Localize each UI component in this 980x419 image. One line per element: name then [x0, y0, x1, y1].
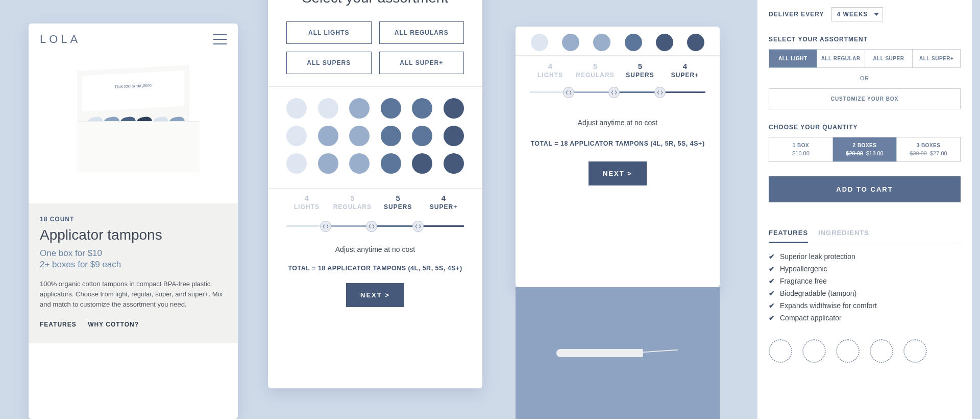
deliver-frequency-select[interactable]: 4 WEEKS — [831, 7, 883, 21]
qty-option-2[interactable]: 2 BOXES $20.00$18.00 — [833, 137, 897, 161]
chip-all-light[interactable]: ALL LIGHT — [769, 50, 817, 67]
preset-all-superplus[interactable]: ALL SUPER+ — [379, 52, 464, 74]
p3-regulars-lbl: REGULARS — [575, 72, 616, 79]
qty-2-strike: $20.00 — [846, 150, 863, 156]
qty-2-price: $18.00 — [866, 150, 884, 156]
count-regulars-num: 5 — [332, 194, 373, 202]
count-label: 18 COUNT — [40, 216, 227, 223]
or-divider: OR — [769, 75, 961, 81]
check-icon: ✔ — [769, 265, 775, 273]
check-icon: ✔ — [769, 252, 775, 261]
price-single: One box for $10 — [40, 248, 227, 259]
cert-badge — [769, 339, 792, 363]
add-to-cart-button[interactable]: ADD TO CART — [769, 176, 961, 202]
slider-handle-1[interactable] — [320, 221, 331, 232]
count-superplus-num: 4 — [423, 194, 464, 202]
qty-2-lab: 2 BOXES — [835, 143, 894, 148]
adjust-note: Adjust anytime at no cost — [268, 245, 482, 253]
cert-badge — [836, 339, 860, 363]
tab-features[interactable]: FEATURES — [769, 229, 808, 243]
feature-item: Biodegradable (tampon) — [780, 289, 856, 297]
brand-logo: LOLA — [40, 33, 81, 46]
p3-lights-lbl: LIGHTS — [530, 72, 571, 79]
tab-features-link[interactable]: FEATURES — [40, 321, 77, 328]
customize-box-button[interactable]: CUSTOMIZE YOUR BOX — [769, 88, 961, 109]
next-button-compact[interactable]: NEXT > — [589, 161, 647, 185]
qty-3-price: $27.00 — [930, 150, 947, 156]
choose-quantity-label: CHOOSE YOUR QUANTITY — [769, 124, 961, 131]
product-mobile-panel: LOLA This too shall pass 18 COUNT Applic… — [29, 24, 238, 419]
adjust-note-compact: Adjust anytime at no cost — [516, 119, 720, 127]
slider-handle-3[interactable] — [412, 221, 424, 232]
cert-badge — [802, 339, 826, 363]
check-icon: ✔ — [769, 314, 775, 322]
qty-3-strike: $30.00 — [910, 150, 927, 156]
p3-superplus-lbl: SUPER+ — [665, 72, 705, 79]
product-title: Applicator tampons — [40, 227, 227, 243]
certification-badges — [769, 339, 961, 363]
qty-option-3[interactable]: 3 BOXES $30.00$27.00 — [897, 137, 960, 161]
assortment-total: TOTAL = 18 APPLICATOR TAMPONS (4L, 5R, 5… — [268, 265, 482, 272]
assortment-chip-row: ALL LIGHT ALL REGULAR ALL SUPER ALL SUPE… — [769, 49, 961, 68]
features-list: ✔Superior leak protection ✔Hypoallergeni… — [769, 252, 961, 322]
purchase-sidebar: DELIVER EVERY 4 WEEKS SELECT YOUR ASSORT… — [757, 0, 972, 419]
product-image: This too shall pass — [29, 50, 238, 203]
assortment-panel: Select your assortment ALL LIGHTS ALL RE… — [268, 0, 482, 388]
chip-all-super[interactable]: ALL SUPER — [865, 50, 913, 67]
next-button[interactable]: NEXT > — [346, 283, 404, 307]
qty-option-1[interactable]: 1 BOX $10.00 — [769, 137, 833, 161]
p3-supers-num: 5 — [620, 62, 660, 71]
count-supers-lbl: SUPERS — [378, 203, 419, 211]
cert-badge — [870, 339, 893, 363]
count-superplus-lbl: SUPER+ — [423, 203, 464, 211]
p3-lights-num: 4 — [530, 62, 571, 71]
price-multi: 2+ boxes for $9 each — [40, 260, 227, 270]
assortment-slider-compact[interactable] — [530, 86, 705, 98]
feature-item: Compact applicator — [780, 314, 842, 322]
feature-item: Superior leak protection — [780, 252, 855, 261]
assortment-swatches — [268, 87, 482, 188]
count-supers-num: 5 — [378, 194, 419, 202]
assortment-slider[interactable] — [286, 220, 464, 232]
count-regulars-lbl: REGULARS — [332, 203, 373, 211]
feature-item: Hypoallergenic — [780, 265, 827, 273]
count-lights-lbl: LIGHTS — [286, 203, 327, 211]
slider-handle-2[interactable] — [608, 87, 620, 98]
preset-all-regulars[interactable]: ALL REGULARS — [379, 21, 464, 44]
preset-all-supers[interactable]: ALL SUPERS — [286, 52, 372, 74]
feature-item: Expands widthwise for comfort — [780, 301, 877, 310]
qty-1-lab: 1 BOX — [771, 143, 830, 148]
feature-item: Fragrance free — [780, 277, 827, 285]
box-motto: This too shall pass — [82, 81, 184, 91]
check-icon: ✔ — [769, 277, 775, 285]
p3-supers-lbl: SUPERS — [620, 72, 660, 79]
qty-3-lab: 3 BOXES — [899, 143, 958, 148]
preset-all-lights[interactable]: ALL LIGHTS — [286, 21, 372, 44]
chip-all-regular[interactable]: ALL REGULAR — [817, 50, 865, 67]
p3-superplus-num: 4 — [665, 62, 705, 71]
qty-1-price: $10.00 — [792, 150, 810, 156]
slider-handle-3[interactable] — [654, 87, 666, 98]
check-icon: ✔ — [769, 301, 775, 310]
slider-handle-1[interactable] — [563, 87, 574, 98]
assortment-compact-panel: 4LIGHTS 5REGULARS 5SUPERS 4SUPER+ Adjust… — [516, 27, 720, 287]
count-lights-num: 4 — [286, 194, 327, 202]
cert-badge — [903, 339, 927, 363]
deliver-every-label: DELIVER EVERY — [769, 11, 824, 18]
select-assortment-label: SELECT YOUR ASSORTMENT — [769, 36, 961, 43]
applicator-image — [516, 287, 720, 419]
slider-handle-2[interactable] — [366, 221, 377, 232]
assortment-total-compact: TOTAL = 18 APPLICATOR TAMPONS (4L, 5R, 5… — [516, 140, 720, 147]
chip-all-superplus[interactable]: ALL SUPER+ — [913, 50, 960, 67]
tab-why-cotton-link[interactable]: WHY COTTON? — [88, 321, 139, 328]
assortment-title: Select your assortment — [268, 0, 482, 6]
tab-ingredients[interactable]: INGREDIENTS — [818, 229, 869, 243]
menu-icon[interactable] — [213, 34, 227, 44]
product-description: 100% organic cotton tampons in compact B… — [40, 279, 227, 310]
p3-regulars-num: 5 — [575, 62, 616, 71]
check-icon: ✔ — [769, 289, 775, 297]
